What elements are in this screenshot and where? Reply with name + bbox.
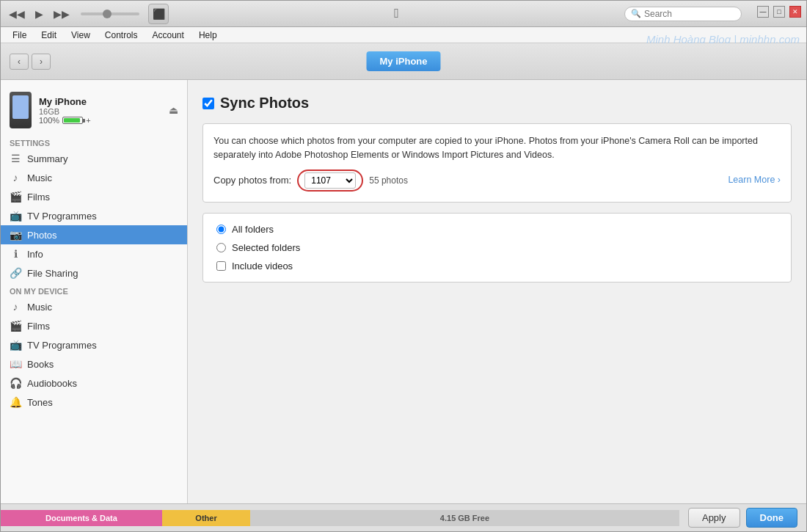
sidebar-item-photos[interactable]: 📷 Photos <box>1 225 187 244</box>
settings-section-label: Settings <box>1 134 187 149</box>
window-controls: — □ ✕ <box>757 6 801 18</box>
fast-forward-button[interactable]: ▶▶ <box>51 8 72 20</box>
search-box[interactable]: 🔍 <box>624 7 742 21</box>
selected-folders-row: Selected folders <box>216 242 778 253</box>
sidebar-item-label-books-dev: Books <box>27 359 54 370</box>
page-title-text: Sync Photos <box>220 95 309 112</box>
device-button[interactable]: My iPhone <box>366 51 440 71</box>
docs-label: Documents & Data <box>45 514 117 522</box>
sidebar-item-label-tv: TV Programmes <box>27 211 97 222</box>
tv-dev-icon: 📺 <box>10 339 21 351</box>
tv-icon: 📺 <box>10 210 21 222</box>
battery-bar <box>62 117 83 124</box>
sidebar-item-label-info: Info <box>27 249 43 260</box>
summary-icon: ☰ <box>10 153 21 164</box>
photos-count: 55 photos <box>369 174 408 187</box>
main-area: My iPhone 16GB 100% + ⏏ Settings ☰ <box>1 80 806 503</box>
volume-thumb <box>103 10 112 18</box>
sync-checkbox[interactable] <box>202 98 214 109</box>
music-icon: ♪ <box>10 172 21 183</box>
sidebar-item-music[interactable]: ♪ Music <box>1 168 187 187</box>
close-button[interactable]: ✕ <box>789 6 801 18</box>
selected-folders-radio[interactable] <box>216 243 226 252</box>
free-segment: 4.15 GB Free <box>250 510 679 526</box>
menu-account[interactable]: Account <box>147 29 190 42</box>
sidebar-item-tv-dev[interactable]: 📺 TV Programmes <box>1 335 187 354</box>
copy-from-select[interactable]: 1107 <box>304 172 356 189</box>
films-icon: 🎬 <box>10 191 21 203</box>
airplay-button[interactable]: ⬛ <box>148 4 169 24</box>
sidebar-item-summary[interactable]: ☰ Summary <box>1 149 187 168</box>
sidebar-item-label-tones-dev: Tones <box>27 397 53 408</box>
sidebar-item-books-dev[interactable]: 📖 Books <box>1 354 187 374</box>
search-icon: 🔍 <box>631 9 641 18</box>
minimize-button[interactable]: — <box>757 6 769 18</box>
sidebar-item-audiobooks-dev[interactable]: 🎧 Audiobooks <box>1 374 187 393</box>
device-header: My iPhone 16GB 100% + ⏏ <box>1 86 187 134</box>
nav-back-button[interactable]: ‹ <box>10 54 29 70</box>
transport-controls: ◀◀ ▶ ▶▶ <box>7 8 139 20</box>
sidebar-item-info[interactable]: ℹ Info <box>1 244 187 263</box>
page-title: Sync Photos <box>202 95 792 112</box>
statusbar: Documents & Data Other 4.15 GB Free Appl… <box>1 503 806 531</box>
sidebar-item-films-dev[interactable]: 🎬 Films <box>1 316 187 335</box>
books-dev-icon: 📖 <box>10 358 21 370</box>
play-button[interactable]: ▶ <box>33 8 45 20</box>
sidebar-item-label-music-dev: Music <box>27 302 52 313</box>
device-icon <box>10 92 32 128</box>
options-box: All folders Selected folders Include vid… <box>202 213 792 283</box>
music-dev-icon: ♪ <box>10 301 21 313</box>
include-videos-checkbox[interactable] <box>216 261 226 271</box>
sidebar-item-file-sharing[interactable]: 🔗 File Sharing <box>1 263 187 283</box>
eject-button[interactable]: ⏏ <box>169 104 178 116</box>
other-segment: Other <box>162 510 250 526</box>
sidebar-item-music-dev[interactable]: ♪ Music <box>1 297 187 316</box>
volume-slider[interactable] <box>81 12 139 15</box>
menu-controls[interactable]: Controls <box>99 29 144 42</box>
rewind-button[interactable]: ◀◀ <box>7 8 27 20</box>
nav-forward-button[interactable]: › <box>32 54 51 70</box>
sidebar-item-label-films-dev: Films <box>27 321 50 332</box>
tones-dev-icon: 🔔 <box>10 396 21 408</box>
battery-fill <box>64 118 80 123</box>
device-info: My iPhone 16GB 100% + <box>39 96 161 125</box>
info-icon: ℹ <box>10 248 21 260</box>
sidebar: My iPhone 16GB 100% + ⏏ Settings ☰ <box>1 80 188 503</box>
menu-file[interactable]: File <box>7 29 32 42</box>
file-sharing-icon: 🔗 <box>10 267 21 279</box>
all-folders-radio[interactable] <box>216 225 226 234</box>
sidebar-item-tones-dev[interactable]: 🔔 Tones <box>1 393 187 412</box>
sidebar-item-tv-programmes[interactable]: 📺 TV Programmes <box>1 206 187 225</box>
storage-bar: Documents & Data Other 4.15 GB Free <box>1 504 679 531</box>
toolbar: ‹ › My iPhone <box>1 43 806 80</box>
menu-view[interactable]: View <box>65 29 96 42</box>
include-videos-row: Include videos <box>216 260 778 272</box>
device-screen <box>12 95 29 119</box>
sidebar-item-label-summary: Summary <box>27 153 68 164</box>
action-buttons: Apply Done <box>679 508 806 528</box>
apply-button[interactable]: Apply <box>688 508 740 528</box>
sidebar-item-label-file-sharing: File Sharing <box>27 268 78 279</box>
all-folders-label: All folders <box>232 224 274 235</box>
other-label: Other <box>195 514 216 522</box>
copy-from-label: Copy photos from: <box>213 173 291 188</box>
audiobooks-dev-icon: 🎧 <box>10 377 21 389</box>
docs-segment: Documents & Data <box>1 510 162 526</box>
sidebar-item-films[interactable]: 🎬 Films <box>1 187 187 206</box>
search-input[interactable] <box>644 9 735 19</box>
device-name: My iPhone <box>39 96 161 107</box>
films-dev-icon: 🎬 <box>10 320 21 332</box>
menu-edit[interactable]: Edit <box>35 29 62 42</box>
sidebar-item-label-music: Music <box>27 172 52 183</box>
include-videos-label: Include videos <box>232 260 293 272</box>
battery-row: 100% + <box>39 116 161 125</box>
sidebar-item-label-tv-dev: TV Programmes <box>27 340 97 351</box>
learn-more-link[interactable]: Learn More › <box>728 173 781 187</box>
copy-from-row: Copy photos from: 1107 55 photos Learn M… <box>213 170 781 192</box>
on-device-section-label: On My Device <box>1 283 187 297</box>
done-button[interactable]: Done <box>746 508 798 528</box>
maximize-button[interactable]: □ <box>773 6 785 18</box>
menu-help[interactable]: Help <box>193 29 223 42</box>
all-folders-row: All folders <box>216 224 778 235</box>
nav-buttons: ‹ › <box>10 54 51 70</box>
